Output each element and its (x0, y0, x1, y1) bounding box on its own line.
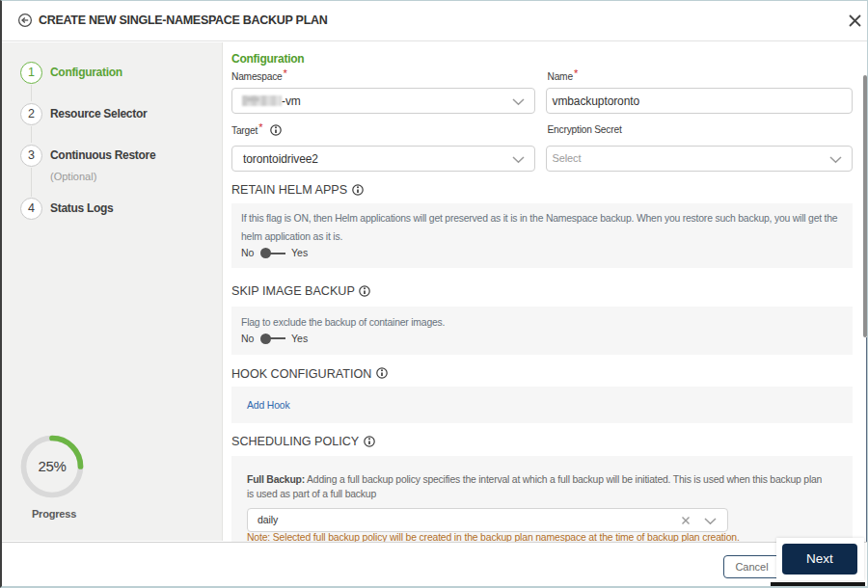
svg-text:25%: 25% (38, 458, 66, 474)
